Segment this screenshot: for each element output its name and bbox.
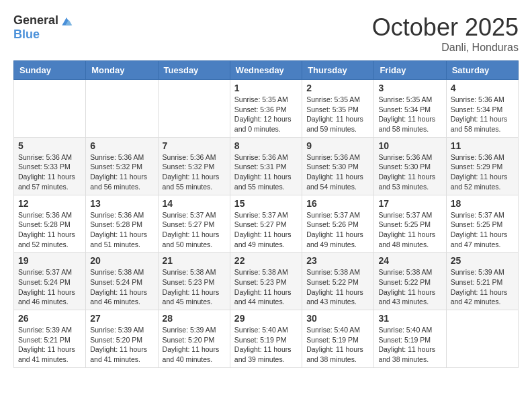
day-number: 12 xyxy=(18,198,81,209)
day-number: 23 xyxy=(306,255,369,266)
day-info: Sunrise: 5:36 AM Sunset: 5:28 PM Dayligh… xyxy=(18,210,81,250)
day-number: 17 xyxy=(378,198,441,209)
day-info: Sunrise: 5:35 AM Sunset: 5:35 PM Dayligh… xyxy=(306,95,369,134)
calendar-cell: 27Sunrise: 5:39 AM Sunset: 5:20 PM Dayli… xyxy=(86,310,158,368)
day-header-friday: Friday xyxy=(374,61,446,80)
calendar-cell: 12Sunrise: 5:36 AM Sunset: 5:28 PM Dayli… xyxy=(14,195,86,253)
day-info: Sunrise: 5:36 AM Sunset: 5:32 PM Dayligh… xyxy=(163,152,226,192)
day-info: Sunrise: 5:39 AM Sunset: 5:20 PM Dayligh… xyxy=(163,325,226,365)
calendar-cell xyxy=(158,80,230,138)
day-number: 6 xyxy=(90,140,153,151)
day-info: Sunrise: 5:35 AM Sunset: 5:34 PM Dayligh… xyxy=(378,95,441,134)
day-info: Sunrise: 5:36 AM Sunset: 5:29 PM Dayligh… xyxy=(451,152,514,192)
calendar-week-row: 19Sunrise: 5:37 AM Sunset: 5:24 PM Dayli… xyxy=(14,253,519,310)
day-info: Sunrise: 5:36 AM Sunset: 5:28 PM Dayligh… xyxy=(90,210,153,250)
logo-blue-text: Blue xyxy=(13,28,40,42)
calendar-cell xyxy=(86,80,158,138)
calendar-cell: 3Sunrise: 5:35 AM Sunset: 5:34 PM Daylig… xyxy=(374,80,446,138)
day-number: 1 xyxy=(234,83,298,93)
location-subtitle: Danli, Honduras xyxy=(372,42,519,54)
calendar-cell: 30Sunrise: 5:40 AM Sunset: 5:19 PM Dayli… xyxy=(302,310,374,368)
day-number: 7 xyxy=(163,140,226,151)
day-info: Sunrise: 5:38 AM Sunset: 5:22 PM Dayligh… xyxy=(378,267,441,307)
day-info: Sunrise: 5:37 AM Sunset: 5:25 PM Dayligh… xyxy=(378,210,441,250)
day-info: Sunrise: 5:37 AM Sunset: 5:26 PM Dayligh… xyxy=(306,210,369,250)
calendar-cell xyxy=(14,80,86,138)
day-header-thursday: Thursday xyxy=(302,61,374,80)
calendar-cell: 24Sunrise: 5:38 AM Sunset: 5:22 PM Dayli… xyxy=(374,253,446,310)
day-header-saturday: Saturday xyxy=(446,61,518,80)
day-info: Sunrise: 5:38 AM Sunset: 5:23 PM Dayligh… xyxy=(234,267,298,307)
calendar-cell: 7Sunrise: 5:36 AM Sunset: 5:32 PM Daylig… xyxy=(158,137,230,195)
calendar-table: SundayMondayTuesdayWednesdayThursdayFrid… xyxy=(13,60,519,368)
calendar-cell: 5Sunrise: 5:36 AM Sunset: 5:33 PM Daylig… xyxy=(14,137,86,195)
calendar-cell: 18Sunrise: 5:37 AM Sunset: 5:25 PM Dayli… xyxy=(446,195,518,253)
day-info: Sunrise: 5:39 AM Sunset: 5:20 PM Dayligh… xyxy=(90,325,153,365)
day-number: 28 xyxy=(163,313,226,324)
calendar-cell: 11Sunrise: 5:36 AM Sunset: 5:29 PM Dayli… xyxy=(446,137,518,195)
page-header: General Blue October 2025 Danli, Hondura… xyxy=(13,13,519,54)
day-number: 30 xyxy=(306,313,369,324)
day-number: 22 xyxy=(234,255,298,266)
day-number: 3 xyxy=(378,83,441,93)
month-title: October 2025 xyxy=(372,13,519,42)
calendar-header-row: SundayMondayTuesdayWednesdayThursdayFrid… xyxy=(14,61,519,80)
day-number: 25 xyxy=(451,255,514,266)
day-info: Sunrise: 5:37 AM Sunset: 5:27 PM Dayligh… xyxy=(234,210,298,250)
day-number: 20 xyxy=(90,255,153,266)
day-header-wednesday: Wednesday xyxy=(230,61,302,80)
day-number: 15 xyxy=(234,198,298,209)
day-info: Sunrise: 5:37 AM Sunset: 5:25 PM Dayligh… xyxy=(451,210,514,250)
logo: General Blue xyxy=(13,13,73,42)
day-number: 10 xyxy=(378,140,441,151)
day-info: Sunrise: 5:40 AM Sunset: 5:19 PM Dayligh… xyxy=(234,325,298,365)
calendar-cell: 23Sunrise: 5:38 AM Sunset: 5:22 PM Dayli… xyxy=(302,253,374,310)
calendar-week-row: 1Sunrise: 5:35 AM Sunset: 5:36 PM Daylig… xyxy=(14,80,519,138)
title-section: October 2025 Danli, Honduras xyxy=(372,13,519,54)
calendar-cell: 20Sunrise: 5:38 AM Sunset: 5:24 PM Dayli… xyxy=(86,253,158,310)
calendar-week-row: 26Sunrise: 5:39 AM Sunset: 5:21 PM Dayli… xyxy=(14,310,519,368)
day-info: Sunrise: 5:36 AM Sunset: 5:30 PM Dayligh… xyxy=(378,152,441,192)
calendar-cell xyxy=(446,310,518,368)
day-number: 19 xyxy=(18,255,81,266)
day-info: Sunrise: 5:35 AM Sunset: 5:36 PM Dayligh… xyxy=(234,95,298,134)
day-info: Sunrise: 5:38 AM Sunset: 5:23 PM Dayligh… xyxy=(163,267,226,307)
day-number: 2 xyxy=(306,83,369,93)
day-number: 11 xyxy=(451,140,514,151)
logo-icon xyxy=(60,14,73,28)
calendar-cell: 29Sunrise: 5:40 AM Sunset: 5:19 PM Dayli… xyxy=(230,310,302,368)
day-info: Sunrise: 5:39 AM Sunset: 5:21 PM Dayligh… xyxy=(451,267,514,307)
calendar-cell: 8Sunrise: 5:36 AM Sunset: 5:31 PM Daylig… xyxy=(230,137,302,195)
day-header-tuesday: Tuesday xyxy=(158,61,230,80)
calendar-week-row: 5Sunrise: 5:36 AM Sunset: 5:33 PM Daylig… xyxy=(14,137,519,195)
calendar-cell: 9Sunrise: 5:36 AM Sunset: 5:30 PM Daylig… xyxy=(302,137,374,195)
calendar-cell: 15Sunrise: 5:37 AM Sunset: 5:27 PM Dayli… xyxy=(230,195,302,253)
day-header-monday: Monday xyxy=(86,61,158,80)
calendar-cell: 14Sunrise: 5:37 AM Sunset: 5:27 PM Dayli… xyxy=(158,195,230,253)
calendar-cell: 25Sunrise: 5:39 AM Sunset: 5:21 PM Dayli… xyxy=(446,253,518,310)
calendar-cell: 16Sunrise: 5:37 AM Sunset: 5:26 PM Dayli… xyxy=(302,195,374,253)
day-info: Sunrise: 5:38 AM Sunset: 5:22 PM Dayligh… xyxy=(306,267,369,307)
calendar-cell: 10Sunrise: 5:36 AM Sunset: 5:30 PM Dayli… xyxy=(374,137,446,195)
day-number: 16 xyxy=(306,198,369,209)
calendar-cell: 6Sunrise: 5:36 AM Sunset: 5:32 PM Daylig… xyxy=(86,137,158,195)
calendar-week-row: 12Sunrise: 5:36 AM Sunset: 5:28 PM Dayli… xyxy=(14,195,519,253)
day-info: Sunrise: 5:36 AM Sunset: 5:31 PM Dayligh… xyxy=(234,152,298,192)
day-info: Sunrise: 5:37 AM Sunset: 5:27 PM Dayligh… xyxy=(163,210,226,250)
calendar-cell: 4Sunrise: 5:36 AM Sunset: 5:34 PM Daylig… xyxy=(446,80,518,138)
day-info: Sunrise: 5:36 AM Sunset: 5:30 PM Dayligh… xyxy=(306,152,369,192)
day-number: 26 xyxy=(18,313,81,324)
calendar-cell: 2Sunrise: 5:35 AM Sunset: 5:35 PM Daylig… xyxy=(302,80,374,138)
day-number: 5 xyxy=(18,140,81,151)
day-number: 14 xyxy=(163,198,226,209)
calendar-cell: 13Sunrise: 5:36 AM Sunset: 5:28 PM Dayli… xyxy=(86,195,158,253)
day-number: 24 xyxy=(378,255,441,266)
day-number: 21 xyxy=(163,255,226,266)
calendar-cell: 28Sunrise: 5:39 AM Sunset: 5:20 PM Dayli… xyxy=(158,310,230,368)
logo-general-text: General xyxy=(13,13,58,28)
calendar-cell: 21Sunrise: 5:38 AM Sunset: 5:23 PM Dayli… xyxy=(158,253,230,310)
calendar-cell: 1Sunrise: 5:35 AM Sunset: 5:36 PM Daylig… xyxy=(230,80,302,138)
day-number: 18 xyxy=(451,198,514,209)
day-number: 27 xyxy=(90,313,153,324)
calendar-cell: 22Sunrise: 5:38 AM Sunset: 5:23 PM Dayli… xyxy=(230,253,302,310)
